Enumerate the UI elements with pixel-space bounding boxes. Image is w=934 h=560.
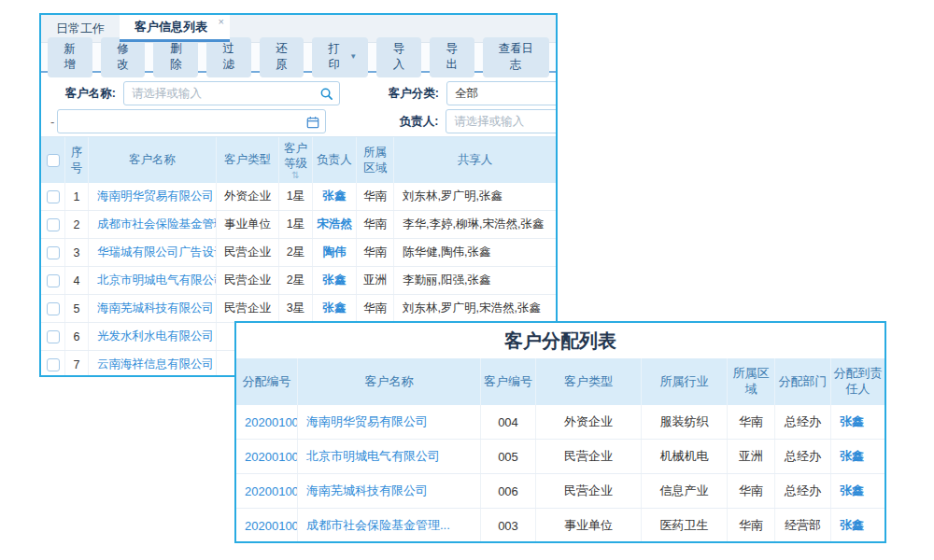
calendar-icon[interactable] bbox=[306, 116, 319, 132]
tab-customer-info-list[interactable]: 客户信息列表 × bbox=[120, 15, 230, 42]
column-header-customer-no: 客户编号 bbox=[481, 358, 536, 405]
customer-name-link[interactable]: 海南芜城科技有限公司 bbox=[89, 295, 217, 322]
customer-level: 2星 bbox=[279, 239, 313, 266]
table-row[interactable]: 5 海南芜城科技有限公司 民营企业 3星 张鑫 华南 刘东林,罗广明,宋浩然,张… bbox=[41, 295, 556, 323]
table-row[interactable]: 4 北京市明城电气有限公司 民营企业 2星 张鑫 亚洲 李勤丽,阳强,张鑫 bbox=[41, 267, 556, 295]
customer-allocation-panel: 客户分配列表 分配编号 客户名称 客户编号 客户类型 所属行业 所属区域 分配部… bbox=[234, 321, 886, 543]
customer-type: 外资企业 bbox=[217, 183, 279, 210]
customer-name-link[interactable]: 北京市明城电气有限公司 bbox=[298, 440, 481, 473]
customer-category-select[interactable]: 全部 bbox=[446, 81, 558, 105]
add-button[interactable]: 新增 bbox=[48, 37, 92, 77]
sort-icon[interactable]: ⇅ bbox=[291, 171, 299, 179]
region: 华南 bbox=[357, 211, 394, 238]
allocation-no-link[interactable]: 2020010004 bbox=[236, 474, 298, 508]
restore-button[interactable]: 还原 bbox=[260, 37, 304, 77]
customer-type: 外资企业 bbox=[536, 405, 642, 439]
customer-level: 1星 bbox=[279, 183, 313, 210]
allocation-no-link[interactable]: 2020010005 bbox=[236, 440, 298, 473]
assignee-link[interactable]: 张鑫 bbox=[831, 405, 884, 439]
shared-users: 刘东林,罗广明,宋浩然,张鑫 bbox=[394, 295, 556, 322]
customer-no: 005 bbox=[481, 440, 536, 473]
search-icon[interactable] bbox=[319, 87, 333, 104]
customer-name-link[interactable]: 海南明华贸易有限公司 bbox=[298, 405, 481, 439]
industry: 信息产业 bbox=[642, 474, 728, 508]
customer-name-link[interactable]: 光发水利水电有限公司 bbox=[89, 323, 217, 350]
export-button[interactable]: 导出 bbox=[430, 37, 474, 77]
customer-name-link[interactable]: 成都市社会保险基金管理... bbox=[298, 509, 481, 542]
row-index: 2 bbox=[65, 211, 89, 238]
view-log-button[interactable]: 查看日志 bbox=[483, 37, 549, 77]
table-row[interactable]: 1 海南明华贸易有限公司 外资企业 1星 张鑫 华南 刘东林,罗广明,张鑫 bbox=[41, 183, 556, 211]
industry: 医药卫生 bbox=[642, 509, 728, 542]
assignee-link[interactable]: 张鑫 bbox=[831, 474, 884, 508]
modify-button[interactable]: 修改 bbox=[101, 37, 146, 77]
row-checkbox[interactable] bbox=[47, 246, 60, 259]
customer-name-link[interactable]: 海南明华贸易有限公司 bbox=[89, 183, 217, 210]
allocation-dept: 总经办 bbox=[775, 474, 831, 508]
table-row[interactable]: 2 成都市社会保险基金管理... 事业单位 1星 宋浩然 华南 李华,李婷,柳琳… bbox=[41, 211, 556, 239]
customer-name-label: 客户名称: bbox=[58, 86, 116, 102]
customer-no: 003 bbox=[481, 509, 536, 542]
table-row[interactable]: 3 华瑞城有限公司广告设计部 民营企业 2星 陶伟 华南 陈华健,陶伟,张鑫 bbox=[41, 239, 556, 267]
customer-level: 3星 bbox=[279, 295, 313, 322]
select-all-checkbox[interactable] bbox=[47, 154, 60, 167]
industry: 服装纺织 bbox=[642, 405, 728, 439]
region: 亚洲 bbox=[728, 440, 775, 473]
filter-button[interactable]: 过滤 bbox=[206, 37, 251, 77]
row-checkbox[interactable] bbox=[47, 218, 60, 231]
customer-name-link[interactable]: 海南芜城科技有限公司 bbox=[298, 474, 481, 508]
customer-name-link[interactable]: 成都市社会保险基金管理... bbox=[89, 211, 217, 238]
column-header-customer-name: 客户名称 bbox=[89, 137, 217, 183]
tab-close-icon[interactable]: × bbox=[219, 16, 224, 27]
region: 亚洲 bbox=[357, 267, 394, 294]
allocation-no-link[interactable]: 2020010001 bbox=[236, 509, 298, 542]
row-index: 7 bbox=[65, 351, 89, 377]
row-checkbox[interactable] bbox=[47, 190, 60, 203]
customer-type: 事业单位 bbox=[536, 509, 642, 542]
owner-link[interactable]: 陶伟 bbox=[313, 239, 357, 266]
column-header-owner: 负责人 bbox=[313, 137, 357, 183]
customer-type: 民营企业 bbox=[217, 267, 279, 294]
customer-type: 民营企业 bbox=[536, 474, 642, 508]
print-button[interactable]: 打印 ▼ bbox=[312, 37, 368, 77]
row-checkbox[interactable] bbox=[47, 274, 60, 287]
customer-name-link[interactable]: 云南海祥信息有限公司 bbox=[89, 351, 217, 377]
row-checkbox[interactable] bbox=[47, 330, 60, 343]
row-checkbox[interactable] bbox=[47, 358, 60, 371]
column-header-customer-name: 客户名称 bbox=[298, 358, 481, 405]
customer-name-link[interactable]: 华瑞城有限公司广告设计部 bbox=[89, 239, 217, 266]
owner-link[interactable]: 张鑫 bbox=[313, 267, 357, 294]
column-header-region: 所属区域 bbox=[728, 358, 775, 405]
owner-label: 负责人: bbox=[380, 114, 438, 130]
customer-category-label: 客户分类: bbox=[381, 86, 439, 102]
allocation-dept: 总经办 bbox=[775, 405, 831, 439]
table-row[interactable]: 2020010004 海南芜城科技有限公司 006 民营企业 信息产业 华南 总… bbox=[236, 474, 884, 509]
shared-users: 陈华健,陶伟,张鑫 bbox=[394, 239, 556, 266]
table-row[interactable]: 2020010001 成都市社会保险基金管理... 003 事业单位 医药卫生 … bbox=[236, 509, 884, 543]
import-button[interactable]: 导入 bbox=[376, 37, 421, 77]
customer-name-input[interactable] bbox=[124, 82, 339, 105]
column-header-customer-type: 客户类型 bbox=[217, 137, 279, 183]
customer-type: 民营企业 bbox=[217, 239, 279, 266]
owner-link[interactable]: 宋浩然 bbox=[313, 211, 357, 238]
caret-down-icon: ▼ bbox=[349, 53, 357, 61]
owner-link[interactable]: 张鑫 bbox=[313, 183, 357, 210]
allocation-no-link[interactable]: 2020010006 bbox=[236, 405, 298, 439]
row-checkbox[interactable] bbox=[47, 302, 60, 315]
customer-name-link[interactable]: 北京市明城电气有限公司 bbox=[89, 267, 217, 294]
delete-button[interactable]: 删除 bbox=[153, 37, 198, 77]
column-header-no: 序号 bbox=[65, 137, 89, 183]
date-input[interactable] bbox=[58, 110, 325, 133]
assignee-link[interactable]: 张鑫 bbox=[831, 440, 884, 473]
column-header-assignee: 分配到责任人 bbox=[831, 358, 884, 405]
table-row[interactable]: 2020010005 北京市明城电气有限公司 005 民营企业 机械机电 亚洲 … bbox=[236, 440, 884, 474]
customer-no: 004 bbox=[481, 405, 536, 439]
tab-label: 客户信息列表 bbox=[134, 20, 207, 34]
table-row[interactable]: 2020010006 海南明华贸易有限公司 004 外资企业 服装纺织 华南 总… bbox=[236, 405, 884, 440]
row-index: 4 bbox=[65, 267, 89, 294]
owner-link[interactable]: 张鑫 bbox=[313, 295, 357, 322]
column-header-customer-type: 客户类型 bbox=[536, 358, 642, 405]
assignee-link[interactable]: 张鑫 bbox=[831, 509, 884, 542]
region: 华南 bbox=[728, 474, 775, 508]
owner-input[interactable] bbox=[446, 110, 558, 133]
